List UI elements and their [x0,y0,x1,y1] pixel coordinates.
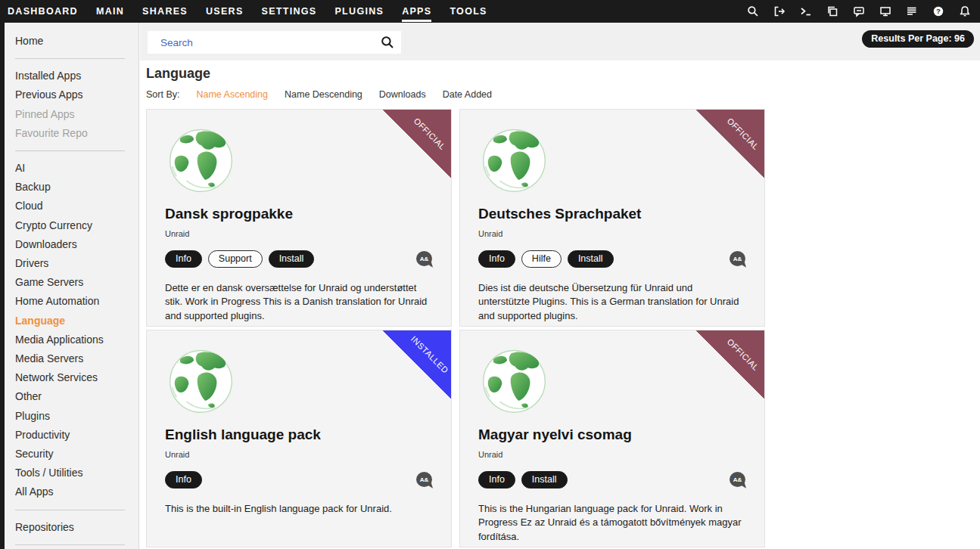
terminal-icon[interactable] [800,5,812,17]
sidebar-item-crypto-currency[interactable]: Crypto Currency [5,216,138,235]
install-button[interactable]: Install [521,471,568,489]
app-actions: Info Install A& [478,471,746,489]
page-title: Language [146,66,980,82]
info-button[interactable]: Info [478,471,515,489]
sort-date-added[interactable]: Date Added [443,89,492,100]
main-content: Results Per Page: 96 Language Sort By: N… [140,23,980,549]
sidebar-item-plugins[interactable]: Plugins [5,407,138,426]
nav-item-settings[interactable]: SETTINGS [262,2,317,22]
globe-icon[interactable] [478,123,550,195]
nav-item-tools[interactable]: TOOLS [450,2,487,22]
app-repo: Unraid [165,450,433,459]
official-ribbon: OFFICIAL [695,109,765,178]
sidebar-item-installed-apps[interactable]: Installed Apps [5,67,138,85]
app-card-deutsches-sprachpaket: OFFICIAL Deutsches Sprachpaket Unraid In… [459,109,765,327]
copy-icon[interactable] [826,5,838,17]
globe-icon[interactable] [478,344,550,416]
app-description: This is the Hungarian language pack for … [478,502,746,544]
app-title[interactable]: Dansk sprogpakke [165,206,433,222]
sidebar-item-network-services[interactable]: Network Services [5,368,138,387]
notifications-icon[interactable] [959,5,971,17]
app-card-grid: OFFICIAL Dansk sprogpakke Unraid Info Su… [146,109,980,547]
app-actions: Info Support Install A& [165,250,433,268]
sidebar-item-game-servers[interactable]: Game Servers [5,273,138,292]
sidebar-item-all-apps[interactable]: All Apps [5,482,138,501]
sidebar-divider [15,510,125,510]
translate-icon[interactable]: A& [416,472,433,488]
translate-icon[interactable]: A& [730,472,746,488]
sidebar-item-backup[interactable]: Backup [5,178,138,197]
sidebar-item-home-automation[interactable]: Home Automation [5,292,138,311]
official-ribbon: OFFICIAL [382,109,452,178]
app-repo: Unraid [478,450,746,459]
translate-icon[interactable]: A& [416,251,433,267]
sort-by-label: Sort By: [146,89,179,100]
sidebar-item-cloud[interactable]: Cloud [5,197,138,216]
search-input[interactable] [148,37,381,48]
feedback-icon[interactable] [853,5,865,17]
sort-name-descending[interactable]: Name Descending [285,89,362,100]
nav-menu: DASHBOARD MAIN SHARES USERS SETTINGS PLU… [0,2,487,22]
app-actions: Info Hilfe Install A& [478,250,746,268]
nav-icons: ? [747,5,980,17]
help-icon[interactable]: ? [932,5,944,17]
nav-item-apps[interactable]: APPS [402,2,431,22]
monitor-icon[interactable] [879,5,891,17]
nav-item-dashboard[interactable]: DASHBOARD [8,2,78,22]
sidebar-divider [15,58,125,59]
sidebar-item-downloaders[interactable]: Downloaders [5,235,138,254]
app-card-dansk-sprogpakke: OFFICIAL Dansk sprogpakke Unraid Info Su… [146,109,452,327]
search-box [148,31,401,54]
app-repo: Unraid [165,229,433,238]
svg-text:?: ? [936,7,941,15]
sidebar-item-other[interactable]: Other [5,387,138,406]
nav-item-users[interactable]: USERS [206,2,244,22]
nav-item-main[interactable]: MAIN [96,2,124,22]
sidebar-item-media-applications[interactable]: Media Applications [5,330,138,349]
top-nav: DASHBOARD MAIN SHARES USERS SETTINGS PLU… [0,0,980,23]
sidebar-item-home[interactable]: Home [5,32,138,51]
results-per-page-badge[interactable]: Results Per Page: 96 [862,30,974,48]
translate-icon[interactable]: A& [730,251,746,267]
sidebar-item-drivers[interactable]: Drivers [5,254,138,273]
sidebar-item-tools-utilities[interactable]: Tools / Utilities [5,464,138,482]
app-card-english-language-pack: INSTALLED English language pack Unraid I… [146,330,452,547]
sort-name-ascending[interactable]: Name Ascending [196,89,268,100]
nav-item-shares[interactable]: SHARES [142,2,188,22]
installed-ribbon: INSTALLED [382,330,452,399]
sidebar-item-security[interactable]: Security [5,445,138,464]
sidebar-item-ai[interactable]: AI [5,159,138,178]
sidebar-divider [15,544,125,545]
logout-icon[interactable] [773,5,786,17]
toolbar-band: Results Per Page: 96 [140,23,980,60]
install-button[interactable]: Install [269,250,315,268]
app-title[interactable]: Deutsches Sprachpaket [478,206,746,222]
search-icon[interactable] [747,5,759,17]
info-button[interactable]: Info [478,250,515,268]
app-repo: Unraid [478,229,746,238]
nav-item-plugins[interactable]: PLUGINS [334,2,384,22]
support-button[interactable]: Support [208,250,263,268]
sidebar-item-favourite-repo: Favourite Repo [5,124,138,143]
log-icon[interactable] [906,5,918,17]
sidebar-item-language[interactable]: Language [5,312,138,330]
info-button[interactable]: Info [165,250,202,268]
sidebar-item-productivity[interactable]: Productivity [5,426,138,445]
install-button[interactable]: Install [568,250,614,268]
search-submit-icon[interactable] [381,36,394,49]
sidebar-item-media-servers[interactable]: Media Servers [5,349,138,368]
sort-row: Sort By: Name Ascending Name Descending … [146,89,980,100]
app-description: This is the built-in English language pa… [165,502,433,516]
app-description: Dies ist die deutsche Übersetzung für Un… [478,281,746,323]
globe-icon[interactable] [165,123,237,195]
info-button[interactable]: Info [165,471,202,489]
sort-downloads[interactable]: Downloads [379,89,426,100]
app-description: Dette er en dansk oversættelse for Unrai… [165,281,433,323]
sidebar: Home Installed Apps Previous Apps Pinned… [5,23,139,549]
app-title[interactable]: English language pack [165,426,433,443]
support-button[interactable]: Hilfe [521,250,562,268]
globe-icon[interactable] [165,344,237,416]
app-title[interactable]: Magyar nyelvi csomag [478,426,746,443]
sidebar-item-repositories[interactable]: Repositories [5,518,138,537]
sidebar-item-previous-apps[interactable]: Previous Apps [5,85,138,104]
